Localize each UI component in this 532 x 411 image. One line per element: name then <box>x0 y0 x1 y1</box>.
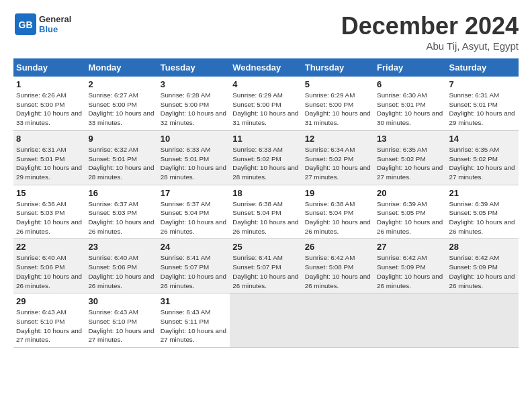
day-cell-12: 12 Sunrise: 6:34 AMSunset: 5:02 PMDaylig… <box>302 130 374 185</box>
day-detail: Sunrise: 6:37 AMSunset: 5:04 PMDaylight:… <box>161 199 227 236</box>
day-number: 25 <box>232 242 299 252</box>
day-detail: Sunrise: 6:42 AMSunset: 5:09 PMDaylight:… <box>377 253 443 290</box>
day-detail: Sunrise: 6:31 AMSunset: 5:01 PMDaylight:… <box>16 145 83 182</box>
header-friday: Friday <box>374 58 446 77</box>
day-cell-4: 4 Sunrise: 6:29 AMSunset: 5:00 PMDayligh… <box>230 77 302 130</box>
header-saturday: Saturday <box>447 58 519 77</box>
day-number: 15 <box>16 188 83 198</box>
day-cell-16: 16 Sunrise: 6:37 AMSunset: 5:03 PMDaylig… <box>85 185 157 239</box>
title-block: December 2024 Abu Tij, Asyut, Egypt <box>341 12 519 52</box>
day-detail: Sunrise: 6:42 AMSunset: 5:08 PMDaylight:… <box>305 253 371 290</box>
day-cell-29: 29 Sunrise: 6:43 AMSunset: 5:10 PMDaylig… <box>13 293 85 348</box>
day-number: 19 <box>305 188 371 198</box>
day-number: 3 <box>161 79 227 89</box>
day-detail: Sunrise: 6:32 AMSunset: 5:01 PMDaylight:… <box>88 145 154 182</box>
day-detail: Sunrise: 6:27 AMSunset: 5:00 PMDaylight:… <box>88 91 154 128</box>
day-detail: Sunrise: 6:34 AMSunset: 5:02 PMDaylight:… <box>305 145 371 182</box>
day-detail: Sunrise: 6:33 AMSunset: 5:02 PMDaylight:… <box>232 145 299 182</box>
day-number: 13 <box>377 134 443 144</box>
day-detail: Sunrise: 6:38 AMSunset: 5:04 PMDaylight:… <box>305 199 371 236</box>
day-cell-31: 31 Sunrise: 6:43 AMSunset: 5:11 PMDaylig… <box>158 293 230 348</box>
day-number: 12 <box>305 134 371 144</box>
day-cell-2: 2 Sunrise: 6:27 AMSunset: 5:00 PMDayligh… <box>85 77 157 130</box>
header-monday: Monday <box>85 58 157 77</box>
day-cell-24: 24 Sunrise: 6:41 AMSunset: 5:07 PMDaylig… <box>158 239 230 293</box>
day-number: 1 <box>16 79 83 89</box>
day-cell-15: 15 Sunrise: 6:36 AMSunset: 5:03 PMDaylig… <box>13 185 85 239</box>
day-number: 31 <box>161 296 227 306</box>
day-detail: Sunrise: 6:28 AMSunset: 5:00 PMDaylight:… <box>161 91 227 128</box>
empty-cell <box>302 293 374 348</box>
day-detail: Sunrise: 6:26 AMSunset: 5:00 PMDaylight:… <box>16 91 83 128</box>
day-cell-8: 8 Sunrise: 6:31 AMSunset: 5:01 PMDayligh… <box>13 130 85 185</box>
weekday-header-row: Sunday Monday Tuesday Wednesday Thursday… <box>13 58 519 77</box>
day-cell-6: 6 Sunrise: 6:30 AMSunset: 5:01 PMDayligh… <box>374 77 446 130</box>
day-detail: Sunrise: 6:29 AMSunset: 5:00 PMDaylight:… <box>232 91 299 128</box>
calendar-week-2: 8 Sunrise: 6:31 AMSunset: 5:01 PMDayligh… <box>13 130 519 185</box>
day-number: 29 <box>16 296 83 306</box>
day-detail: Sunrise: 6:33 AMSunset: 5:01 PMDaylight:… <box>161 145 227 182</box>
day-number: 20 <box>377 188 443 198</box>
day-detail: Sunrise: 6:40 AMSunset: 5:06 PMDaylight:… <box>88 253 154 290</box>
day-number: 26 <box>305 242 371 252</box>
day-cell-28: 28 Sunrise: 6:42 AMSunset: 5:09 PMDaylig… <box>447 239 519 293</box>
calendar-table: Sunday Monday Tuesday Wednesday Thursday… <box>13 58 519 348</box>
day-number: 4 <box>232 79 299 89</box>
day-number: 23 <box>88 242 154 252</box>
day-cell-5: 5 Sunrise: 6:29 AMSunset: 5:00 PMDayligh… <box>302 77 374 130</box>
logo-icon: GB <box>13 12 38 36</box>
empty-cell <box>374 293 446 348</box>
day-cell-27: 27 Sunrise: 6:42 AMSunset: 5:09 PMDaylig… <box>374 239 446 293</box>
day-number: 17 <box>161 188 227 198</box>
svg-text:GB: GB <box>19 19 33 30</box>
day-number: 21 <box>449 188 516 198</box>
day-number: 6 <box>377 79 443 89</box>
day-cell-26: 26 Sunrise: 6:42 AMSunset: 5:08 PMDaylig… <box>302 239 374 293</box>
calendar-week-3: 15 Sunrise: 6:36 AMSunset: 5:03 PMDaylig… <box>13 185 519 239</box>
day-number: 8 <box>16 134 83 144</box>
day-detail: Sunrise: 6:29 AMSunset: 5:00 PMDaylight:… <box>305 91 371 128</box>
day-number: 22 <box>16 242 83 252</box>
day-detail: Sunrise: 6:35 AMSunset: 5:02 PMDaylight:… <box>377 145 443 182</box>
page: GB General Blue December 2024 Abu Tij, A… <box>0 0 532 355</box>
day-cell-19: 19 Sunrise: 6:38 AMSunset: 5:04 PMDaylig… <box>302 185 374 239</box>
day-number: 28 <box>449 242 516 252</box>
day-detail: Sunrise: 6:41 AMSunset: 5:07 PMDaylight:… <box>161 253 227 290</box>
header-thursday: Thursday <box>302 58 374 77</box>
calendar-week-5: 29 Sunrise: 6:43 AMSunset: 5:10 PMDaylig… <box>13 293 519 348</box>
day-detail: Sunrise: 6:35 AMSunset: 5:02 PMDaylight:… <box>449 145 516 182</box>
calendar-title: December 2024 <box>341 12 519 40</box>
day-detail: Sunrise: 6:40 AMSunset: 5:06 PMDaylight:… <box>16 253 83 290</box>
calendar-subtitle: Abu Tij, Asyut, Egypt <box>341 40 519 52</box>
day-number: 24 <box>161 242 227 252</box>
day-detail: Sunrise: 6:43 AMSunset: 5:11 PMDaylight:… <box>161 308 227 345</box>
day-detail: Sunrise: 6:30 AMSunset: 5:01 PMDaylight:… <box>377 91 443 128</box>
day-number: 5 <box>305 79 371 89</box>
day-cell-11: 11 Sunrise: 6:33 AMSunset: 5:02 PMDaylig… <box>230 130 302 185</box>
day-cell-3: 3 Sunrise: 6:28 AMSunset: 5:00 PMDayligh… <box>158 77 230 130</box>
calendar-week-4: 22 Sunrise: 6:40 AMSunset: 5:06 PMDaylig… <box>13 239 519 293</box>
day-cell-17: 17 Sunrise: 6:37 AMSunset: 5:04 PMDaylig… <box>158 185 230 239</box>
header-sunday: Sunday <box>13 58 85 77</box>
day-number: 7 <box>449 79 516 89</box>
day-cell-14: 14 Sunrise: 6:35 AMSunset: 5:02 PMDaylig… <box>447 130 519 185</box>
day-cell-20: 20 Sunrise: 6:39 AMSunset: 5:05 PMDaylig… <box>374 185 446 239</box>
day-detail: Sunrise: 6:37 AMSunset: 5:03 PMDaylight:… <box>88 199 154 236</box>
header-wednesday: Wednesday <box>230 58 302 77</box>
calendar-body: 1 Sunrise: 6:26 AMSunset: 5:00 PMDayligh… <box>13 77 519 348</box>
day-detail: Sunrise: 6:39 AMSunset: 5:05 PMDaylight:… <box>377 199 443 236</box>
header: GB General Blue December 2024 Abu Tij, A… <box>13 12 519 52</box>
logo: GB General Blue <box>13 12 71 36</box>
day-cell-10: 10 Sunrise: 6:33 AMSunset: 5:01 PMDaylig… <box>158 130 230 185</box>
day-cell-18: 18 Sunrise: 6:38 AMSunset: 5:04 PMDaylig… <box>230 185 302 239</box>
day-cell-30: 30 Sunrise: 6:43 AMSunset: 5:10 PMDaylig… <box>85 293 157 348</box>
day-detail: Sunrise: 6:43 AMSunset: 5:10 PMDaylight:… <box>88 308 154 345</box>
empty-cell <box>447 293 519 348</box>
empty-cell <box>230 293 302 348</box>
day-number: 30 <box>88 296 154 306</box>
day-number: 11 <box>232 134 299 144</box>
day-detail: Sunrise: 6:41 AMSunset: 5:07 PMDaylight:… <box>232 253 299 290</box>
day-number: 18 <box>232 188 299 198</box>
calendar-week-1: 1 Sunrise: 6:26 AMSunset: 5:00 PMDayligh… <box>13 77 519 130</box>
day-detail: Sunrise: 6:38 AMSunset: 5:04 PMDaylight:… <box>232 199 299 236</box>
